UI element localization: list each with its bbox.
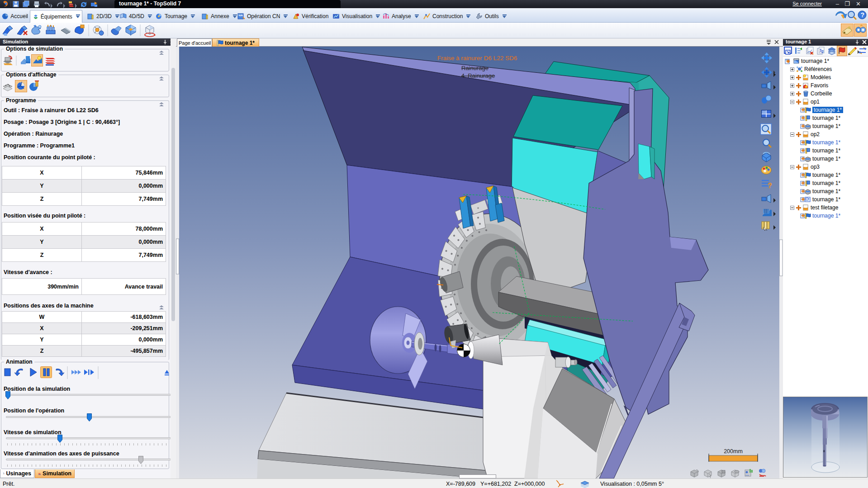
svg-text:Fraise à rainurer D6 L22 SD6: Fraise à rainurer D6 L22 SD6 (437, 55, 517, 62)
svg-text:?: ? (768, 182, 772, 190)
svg-text:?: ? (861, 11, 865, 19)
svg-text:4. Rainurage: 4. Rainurage (461, 72, 495, 79)
svg-text:%N: %N (238, 14, 243, 17)
svg-text:200mm: 200mm (724, 448, 743, 455)
svg-text:2: 2 (821, 49, 824, 54)
svg-text:Rainurage: Rainurage (461, 65, 489, 71)
